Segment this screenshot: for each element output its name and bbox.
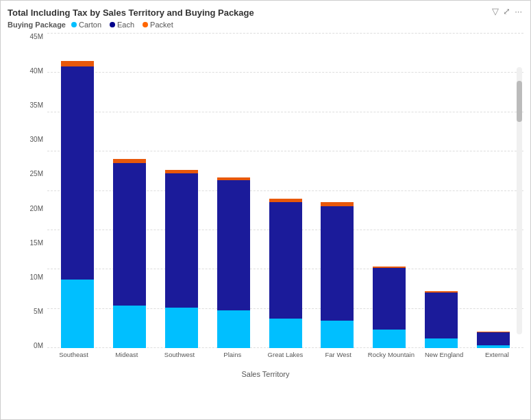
- scrollbar-thumb[interactable]: [517, 81, 522, 122]
- bar-stack: [269, 199, 302, 348]
- y-axis-label: 0M: [34, 342, 43, 349]
- filter-icon[interactable]: ▽: [492, 6, 499, 16]
- bar-stack: [321, 202, 354, 348]
- y-axis-label: 10M: [30, 273, 43, 281]
- x-axis-title: Sales Territory: [8, 370, 523, 378]
- chart-container: Total Including Tax by Sales Territory a…: [0, 0, 531, 420]
- bar-group: [415, 291, 467, 348]
- y-axis-label: 25M: [30, 170, 43, 177]
- bar-stack: [425, 291, 458, 348]
- legend-title: Buying Package: [8, 21, 66, 29]
- x-label: Southeast: [47, 351, 100, 358]
- bar-segment-each: [269, 202, 302, 319]
- bar-stack: [477, 332, 510, 348]
- bar-group: [103, 159, 156, 348]
- bar-segment-carton: [217, 310, 250, 348]
- bar-group: [260, 199, 312, 348]
- y-axis-label: 30M: [30, 136, 43, 143]
- x-labels: SoutheastMideastSouthwestPlainsGreat Lak…: [47, 348, 523, 369]
- y-axis-label: 40M: [30, 67, 43, 75]
- bar-segment-carton: [269, 319, 302, 348]
- carton-label: Carton: [79, 21, 101, 29]
- chart-title: Total Including Tax by Sales Territory a…: [8, 8, 523, 18]
- bar-segment-packet: [61, 61, 94, 67]
- x-label: External: [471, 351, 523, 358]
- bar-stack: [373, 267, 406, 348]
- each-dot: [110, 22, 115, 27]
- bar-segment-each: [217, 180, 250, 310]
- x-label: Far West: [312, 351, 365, 358]
- legend: Buying Package Carton Each Packet: [8, 21, 523, 29]
- bar-stack: [113, 159, 146, 348]
- bar-segment-each: [425, 293, 458, 338]
- x-label: Plains: [206, 351, 259, 358]
- x-label: Great Lakes: [259, 351, 312, 358]
- legend-item-packet: Packet: [143, 21, 173, 29]
- bar-stack: [61, 61, 94, 348]
- bar-group: [311, 202, 363, 348]
- bar-segment-carton: [165, 308, 198, 348]
- chart-icons: ▽ ⤢ ···: [492, 6, 522, 16]
- x-label: Rocky Mountain: [365, 351, 417, 358]
- y-axis-label: 45M: [30, 33, 43, 40]
- bar-segment-each: [113, 163, 146, 306]
- bar-segment-each: [373, 268, 406, 330]
- each-label: Each: [117, 21, 134, 29]
- y-axis-label: 5M: [34, 308, 43, 315]
- bar-group: [467, 332, 519, 348]
- bar-segment-carton: [425, 338, 458, 348]
- scrollbar[interactable]: [517, 67, 522, 334]
- packet-label: Packet: [150, 21, 173, 29]
- y-axis-label: 35M: [30, 101, 43, 109]
- bar-segment-carton: [113, 306, 146, 348]
- x-label: Mideast: [100, 351, 153, 358]
- plot-area: SoutheastMideastSouthwestPlainsGreat Lak…: [47, 33, 523, 369]
- packet-dot: [143, 22, 148, 27]
- x-label: New England: [418, 351, 471, 358]
- carton-dot: [71, 22, 77, 27]
- y-axis-label: 15M: [30, 239, 43, 247]
- bar-segment-each: [61, 66, 94, 280]
- bar-group: [363, 267, 415, 348]
- legend-item-carton: Carton: [71, 21, 101, 29]
- bar-segment-carton: [373, 330, 406, 348]
- bar-group: [51, 61, 103, 348]
- legend-item-each: Each: [110, 21, 134, 29]
- bar-segment-each: [165, 173, 198, 308]
- bar-group: [156, 170, 208, 348]
- x-label: Southwest: [153, 351, 206, 358]
- bar-segment-carton: [61, 280, 94, 348]
- bar-segment-carton: [321, 321, 354, 348]
- bar-segment-each: [321, 206, 354, 321]
- bar-segment-each: [477, 332, 510, 345]
- bar-stack: [217, 177, 250, 348]
- y-axis-label: 20M: [30, 205, 43, 212]
- more-icon[interactable]: ···: [515, 6, 522, 16]
- bar-stack: [165, 170, 198, 348]
- expand-icon[interactable]: ⤢: [503, 6, 510, 16]
- y-axis: 45M40M35M30M25M20M15M10M5M0M: [18, 33, 47, 369]
- bar-group: [208, 177, 260, 348]
- bars-row: [47, 33, 523, 348]
